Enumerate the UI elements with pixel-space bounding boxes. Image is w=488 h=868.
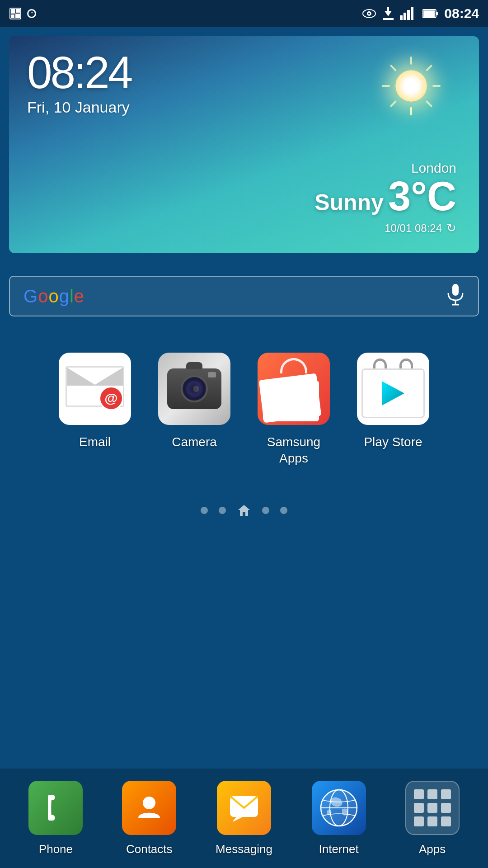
svg-rect-23 <box>426 65 433 72</box>
dock-apps-label: Apps <box>419 842 446 856</box>
svg-rect-15 <box>404 13 406 20</box>
apps-dot-5 <box>427 803 437 813</box>
page-dot-1[interactable] <box>201 507 208 514</box>
samsung-icon <box>258 353 330 425</box>
home-indicator[interactable] <box>237 503 251 518</box>
weather-widget: 08:24 Fri, 10 January London Sunny 3°C 1… <box>9 36 479 253</box>
page-dot-2[interactable] <box>219 507 226 514</box>
apps-dot-1 <box>414 789 424 799</box>
weather-temp: 3°C <box>388 176 456 217</box>
apps-dot-6 <box>441 803 451 813</box>
svg-point-35 <box>143 797 155 809</box>
svg-rect-30 <box>452 284 459 296</box>
status-left-icons: " <box>9 7 41 20</box>
svg-text:": " <box>30 11 33 17</box>
notification-icon: " <box>27 7 41 20</box>
svg-rect-24 <box>432 85 441 87</box>
apps-dot-3 <box>441 789 451 799</box>
svg-marker-33 <box>382 381 404 406</box>
search-container: Google <box>9 276 479 316</box>
status-time: 08:24 <box>444 6 479 21</box>
internet-icon <box>312 781 366 835</box>
svg-rect-16 <box>407 10 410 20</box>
svg-rect-2 <box>16 9 20 13</box>
download-icon <box>383 7 394 20</box>
apps-dot-7 <box>414 816 424 826</box>
page-dot-4[interactable] <box>262 507 269 514</box>
page-dot-5[interactable] <box>280 507 287 514</box>
camera-icon <box>158 353 230 425</box>
email-label: Email <box>79 434 111 450</box>
battery-icon <box>422 9 438 19</box>
phone-icon <box>28 781 83 835</box>
svg-marker-37 <box>232 817 243 821</box>
dock-phone-label: Phone <box>39 842 73 856</box>
svg-rect-25 <box>426 100 433 108</box>
apps-icon <box>405 781 460 835</box>
contacts-icon <box>122 781 176 835</box>
app-email[interactable]: @ Email <box>59 353 131 467</box>
eye-icon <box>362 9 376 19</box>
apps-dot-2 <box>427 789 437 799</box>
svg-rect-28 <box>382 85 390 87</box>
svg-rect-17 <box>411 7 413 20</box>
app-samsung[interactable]: SamsungApps <box>258 353 330 467</box>
dock-internet[interactable]: Internet <box>312 781 366 856</box>
weather-info: London Sunny 3°C 10/01 08:24 ↻ <box>314 160 456 235</box>
apps-grid <box>407 782 458 834</box>
samsung-label: SamsungApps <box>267 434 320 467</box>
weather-updated: 10/01 08:24 ↻ <box>314 221 456 235</box>
gallery-icon <box>9 7 22 20</box>
dock-internet-label: Internet <box>319 842 359 856</box>
weather-clock: 08:24 <box>27 50 131 95</box>
weather-condition: Sunny <box>314 189 384 216</box>
apps-dot-9 <box>441 816 451 826</box>
svg-point-10 <box>368 13 370 14</box>
svg-rect-27 <box>390 100 397 108</box>
dock-contacts-label: Contacts <box>126 842 173 856</box>
refresh-icon: ↻ <box>446 221 456 235</box>
svg-rect-21 <box>410 57 412 65</box>
status-right-icons: 08:24 <box>362 6 479 21</box>
svg-rect-26 <box>410 107 412 115</box>
dock-phone[interactable]: Phone <box>28 781 83 856</box>
svg-rect-13 <box>383 18 394 20</box>
weather-sun-icon <box>380 54 443 118</box>
dock-messaging-label: Messaging <box>216 842 272 856</box>
svg-rect-4 <box>15 14 20 18</box>
svg-rect-19 <box>423 10 435 17</box>
apps-dot-8 <box>427 816 437 826</box>
mic-icon[interactable] <box>446 283 465 310</box>
messaging-icon <box>217 781 271 835</box>
dock-contacts[interactable]: Contacts <box>122 781 176 856</box>
svg-rect-3 <box>11 14 14 18</box>
playstore-label: Play Store <box>364 434 422 450</box>
app-playstore[interactable]: Play Store <box>357 353 429 467</box>
svg-rect-14 <box>400 15 403 20</box>
email-icon: @ <box>59 353 131 425</box>
google-logo: Google <box>23 286 84 307</box>
apps-dot-4 <box>414 803 424 813</box>
status-bar: " <box>0 0 488 27</box>
dock-apps[interactable]: Apps <box>405 781 460 856</box>
dock: Phone Contacts Messaging <box>0 769 488 868</box>
page-indicators <box>0 503 488 518</box>
svg-marker-34 <box>238 505 250 516</box>
playstore-icon <box>357 353 429 425</box>
app-grid: @ Email Camera <box>0 353 488 467</box>
weather-date: Fri, 10 January <box>27 99 131 116</box>
svg-rect-29 <box>390 65 397 72</box>
svg-rect-20 <box>436 12 438 15</box>
google-search-bar[interactable]: Google <box>9 276 479 316</box>
app-camera[interactable]: Camera <box>158 353 230 467</box>
weather-datetime: 08:24 Fri, 10 January <box>27 50 131 116</box>
svg-rect-1 <box>11 9 15 14</box>
svg-rect-12 <box>387 7 389 12</box>
signal-icon <box>400 7 416 20</box>
dock-messaging[interactable]: Messaging <box>216 781 272 856</box>
camera-label: Camera <box>172 434 217 450</box>
